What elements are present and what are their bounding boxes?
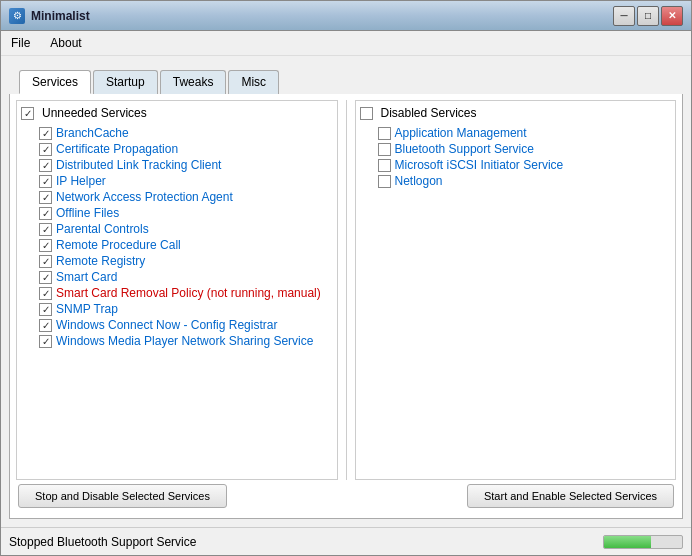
main-content: Services Startup Tweaks Misc Unneeded Se…	[1, 56, 691, 527]
menu-file[interactable]: File	[1, 33, 40, 53]
service-checkbox-6[interactable]	[39, 223, 52, 236]
service-item: Network Access Protection Agent	[21, 189, 333, 205]
service-item: Offline Files	[21, 205, 333, 221]
left-panel-title: Unneeded Services	[42, 106, 147, 120]
tab-tweaks[interactable]: Tweaks	[160, 70, 227, 94]
right-service-label-1[interactable]: Bluetooth Support Service	[395, 142, 534, 156]
right-panel: Disabled Services Application Management…	[355, 100, 677, 480]
window-title: Minimalist	[31, 9, 90, 23]
service-label-1[interactable]: Certificate Propagation	[56, 142, 178, 156]
right-service-item: Microsoft iSCSI Initiator Service	[360, 157, 672, 173]
service-item: BranchCache	[21, 125, 333, 141]
main-window: ⚙ Minimalist ─ □ ✕ File About Services S…	[0, 0, 692, 556]
service-item: Windows Media Player Network Sharing Ser…	[21, 333, 333, 349]
minimize-button[interactable]: ─	[613, 6, 635, 26]
service-checkbox-9[interactable]	[39, 271, 52, 284]
service-checkbox-7[interactable]	[39, 239, 52, 252]
status-text: Stopped Bluetooth Support Service	[9, 535, 196, 549]
service-checkbox-5[interactable]	[39, 207, 52, 220]
right-service-checkbox-0[interactable]	[378, 127, 391, 140]
left-panel: Unneeded Services BranchCache Certificat…	[16, 100, 338, 480]
tab-misc[interactable]: Misc	[228, 70, 279, 94]
service-label-0[interactable]: BranchCache	[56, 126, 129, 140]
right-panel-checkbox[interactable]	[360, 107, 373, 120]
service-checkbox-13[interactable]	[39, 335, 52, 348]
left-panel-checkbox[interactable]	[21, 107, 34, 120]
service-label-7[interactable]: Remote Procedure Call	[56, 238, 181, 252]
service-label-11[interactable]: SNMP Trap	[56, 302, 118, 316]
service-item: IP Helper	[21, 173, 333, 189]
service-label-13[interactable]: Windows Media Player Network Sharing Ser…	[56, 334, 313, 348]
maximize-button[interactable]: □	[637, 6, 659, 26]
service-item: Windows Connect Now - Config Registrar	[21, 317, 333, 333]
service-checkbox-11[interactable]	[39, 303, 52, 316]
app-icon: ⚙	[9, 8, 25, 24]
right-service-checkbox-3[interactable]	[378, 175, 391, 188]
service-label-10[interactable]: Smart Card Removal Policy (not running, …	[56, 286, 321, 300]
progress-fill	[604, 536, 651, 548]
title-bar: ⚙ Minimalist ─ □ ✕	[1, 1, 691, 31]
right-service-label-3[interactable]: Netlogon	[395, 174, 443, 188]
service-item: Parental Controls	[21, 221, 333, 237]
panel-divider	[346, 100, 347, 480]
right-service-checkbox-2[interactable]	[378, 159, 391, 172]
service-item: Remote Registry	[21, 253, 333, 269]
service-checkbox-0[interactable]	[39, 127, 52, 140]
progress-container	[603, 535, 683, 549]
panels-area: Unneeded Services BranchCache Certificat…	[16, 100, 676, 480]
service-item: SNMP Trap	[21, 301, 333, 317]
service-checkbox-3[interactable]	[39, 175, 52, 188]
stop-disable-button[interactable]: Stop and Disable Selected Services	[18, 484, 227, 508]
right-service-label-2[interactable]: Microsoft iSCSI Initiator Service	[395, 158, 564, 172]
right-service-item: Bluetooth Support Service	[360, 141, 672, 157]
service-item: Smart Card Removal Policy (not running, …	[21, 285, 333, 301]
tab-startup[interactable]: Startup	[93, 70, 158, 94]
service-item: Smart Card	[21, 269, 333, 285]
service-label-6[interactable]: Parental Controls	[56, 222, 149, 236]
title-bar-left: ⚙ Minimalist	[9, 8, 90, 24]
close-button[interactable]: ✕	[661, 6, 683, 26]
service-label-9[interactable]: Smart Card	[56, 270, 117, 284]
status-bar: Stopped Bluetooth Support Service	[1, 527, 691, 555]
menu-bar: File About	[1, 31, 691, 56]
service-label-4[interactable]: Network Access Protection Agent	[56, 190, 233, 204]
left-panel-header: Unneeded Services	[21, 105, 333, 121]
service-checkbox-1[interactable]	[39, 143, 52, 156]
tab-bar: Services Startup Tweaks Misc	[9, 64, 683, 94]
service-checkbox-10[interactable]	[39, 287, 52, 300]
right-panel-title: Disabled Services	[381, 106, 477, 120]
right-service-item: Netlogon	[360, 173, 672, 189]
service-label-5[interactable]: Offline Files	[56, 206, 119, 220]
service-label-12[interactable]: Windows Connect Now - Config Registrar	[56, 318, 277, 332]
right-panel-header: Disabled Services	[360, 105, 672, 121]
service-checkbox-8[interactable]	[39, 255, 52, 268]
service-label-3[interactable]: IP Helper	[56, 174, 106, 188]
service-label-2[interactable]: Distributed Link Tracking Client	[56, 158, 221, 172]
start-enable-button[interactable]: Start and Enable Selected Services	[467, 484, 674, 508]
menu-about[interactable]: About	[40, 33, 91, 53]
service-checkbox-2[interactable]	[39, 159, 52, 172]
right-service-checkbox-1[interactable]	[378, 143, 391, 156]
service-item: Distributed Link Tracking Client	[21, 157, 333, 173]
tab-services[interactable]: Services	[19, 70, 91, 94]
tab-content: Unneeded Services BranchCache Certificat…	[9, 94, 683, 519]
right-service-item: Application Management	[360, 125, 672, 141]
service-item: Certificate Propagation	[21, 141, 333, 157]
buttons-row: Stop and Disable Selected Services Start…	[16, 480, 676, 512]
service-item: Remote Procedure Call	[21, 237, 333, 253]
service-checkbox-12[interactable]	[39, 319, 52, 332]
right-service-label-0[interactable]: Application Management	[395, 126, 527, 140]
service-checkbox-4[interactable]	[39, 191, 52, 204]
progress-bar	[603, 535, 683, 549]
service-label-8[interactable]: Remote Registry	[56, 254, 145, 268]
window-controls: ─ □ ✕	[613, 6, 683, 26]
